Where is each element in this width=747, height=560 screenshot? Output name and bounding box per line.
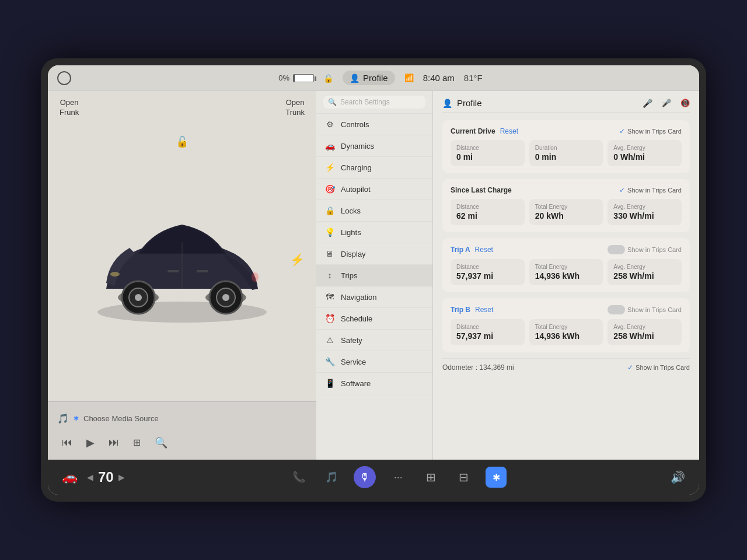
trip-a-total-energy-box: Total Energy 14,936 kWh bbox=[529, 259, 603, 285]
microphone-icon[interactable]: 🎤 bbox=[643, 99, 652, 108]
since-last-charge-check-icon: ✓ bbox=[619, 186, 625, 194]
equalizer-button[interactable]: ⊞ bbox=[133, 437, 141, 448]
menu-item-autopilot[interactable]: 🎯 Autopilot bbox=[316, 178, 432, 200]
service-label: Service bbox=[341, 358, 366, 366]
display-icon: 🖥 bbox=[324, 249, 335, 258]
trip-a-toggle[interactable] bbox=[608, 245, 625, 254]
status-center: 0% 🔒 👤 Profile 📶 8:40 am 81°F bbox=[71, 71, 690, 85]
current-drive-show-trips: ✓ Show in Trips Card bbox=[619, 127, 682, 135]
menu-item-software[interactable]: 📱 Software bbox=[316, 373, 432, 394]
menu-item-safety[interactable]: ⚠ Safety bbox=[316, 330, 432, 351]
open-frunk-label[interactable]: OpenFrunk bbox=[60, 98, 79, 118]
trips-label: Trips bbox=[341, 271, 357, 280]
current-drive-title: Current Drive bbox=[451, 127, 495, 135]
since-last-charge-show-trips-label: Show in Trips Card bbox=[627, 187, 682, 194]
trip-a-header: Trip A Reset Show in Trips Card bbox=[451, 245, 682, 254]
display-label: Display bbox=[341, 250, 366, 258]
odometer-show-trips: ✓ Show in Trips Card bbox=[627, 363, 690, 372]
trip-a-show-trips-label: Show in Trips Card bbox=[627, 246, 682, 253]
taskbar-right: 🔊 bbox=[671, 470, 685, 484]
taskbar-phone-button[interactable]: 📞 bbox=[288, 467, 309, 488]
muted-mic-icon[interactable]: 🎤 bbox=[662, 99, 671, 107]
menu-item-service[interactable]: 🔧 Service bbox=[316, 351, 432, 373]
navigation-icon: 🗺 bbox=[324, 292, 335, 302]
menu-item-charging[interactable]: ⚡ Charging bbox=[316, 157, 432, 178]
menu-item-trips[interactable]: ↕ Trips bbox=[316, 265, 432, 286]
odometer-show-trips-label: Show in Trips Card bbox=[636, 364, 690, 371]
speed-up-arrow[interactable]: ▶ bbox=[118, 473, 125, 482]
current-drive-distance-label: Distance bbox=[456, 145, 519, 151]
menu-item-dynamics[interactable]: 🚗 Dynamics bbox=[316, 135, 432, 157]
last-charge-avg-energy-value: 330 Wh/mi bbox=[613, 211, 676, 220]
next-track-button[interactable]: ⏭ bbox=[109, 436, 119, 449]
current-drive-duration-label: Duration bbox=[535, 145, 598, 151]
volume-icon[interactable]: 🔊 bbox=[671, 470, 685, 484]
trip-b-show-trips: Show in Trips Card bbox=[608, 305, 682, 314]
open-trunk-label[interactable]: OpenTrunk bbox=[285, 98, 305, 118]
trip-b-total-energy-label: Total Energy bbox=[535, 324, 598, 330]
since-last-charge-stats: Distance 62 mi Total Energy 20 kWh Avg. … bbox=[451, 199, 682, 225]
controls-label: Controls bbox=[341, 120, 369, 129]
battery-fill bbox=[294, 75, 295, 82]
since-last-charge-header: Since Last Charge ✓ Show in Trips Card bbox=[451, 186, 682, 194]
taskbar-grid-button[interactable]: ⊞ bbox=[420, 467, 441, 488]
trips-icon: ↕ bbox=[324, 271, 335, 280]
main-content: OpenFrunk OpenTrunk 🔓 bbox=[48, 91, 699, 460]
music-note-icon: 🎵 bbox=[57, 413, 69, 424]
search-settings-input[interactable]: Search Settings bbox=[340, 98, 390, 106]
menu-item-locks[interactable]: 🔒 Locks bbox=[316, 200, 432, 222]
taskbar-music-button[interactable]: 🎵 bbox=[321, 467, 342, 488]
trip-b-avg-energy-label: Avg. Energy bbox=[613, 324, 676, 330]
last-charge-total-energy-label: Total Energy bbox=[535, 204, 598, 210]
trip-a-avg-energy-box: Avg. Energy 258 Wh/mi bbox=[608, 259, 682, 285]
trip-b-toggle[interactable] bbox=[608, 305, 625, 314]
autopilot-icon: 🎯 bbox=[324, 184, 335, 194]
trips-panel: 👤 Profile 🎤 🎤 📵 Current Drive Reset bbox=[433, 91, 699, 460]
play-pause-button[interactable]: ▶ bbox=[86, 436, 95, 449]
last-charge-distance-label: Distance bbox=[456, 204, 519, 210]
lights-label: Lights bbox=[341, 228, 361, 237]
svg-rect-10 bbox=[167, 270, 179, 272]
since-last-charge-show-trips: ✓ Show in Trips Card bbox=[619, 186, 682, 194]
media-source-label[interactable]: Choose Media Source bbox=[83, 414, 159, 423]
taskbar-car-icon: 🚗 bbox=[62, 470, 78, 485]
current-drive-reset-button[interactable]: Reset bbox=[500, 127, 518, 135]
current-drive-header: Current Drive Reset ✓ Show in Trips Card bbox=[451, 127, 682, 135]
since-last-charge-section: Since Last Charge ✓ Show in Trips Card D… bbox=[442, 179, 690, 232]
trips-panel-title: Profile bbox=[457, 98, 482, 108]
taskbar: 🚗 ◀ 70 ▶ 📞 🎵 🎙 ··· bbox=[48, 460, 699, 495]
menu-item-lights[interactable]: 💡 Lights bbox=[316, 222, 432, 243]
taskbar-bluetooth-button[interactable]: ✱ bbox=[486, 467, 507, 488]
signal-icon: 📶 bbox=[404, 74, 414, 82]
search-icon: 🔍 bbox=[328, 98, 337, 106]
svg-point-12 bbox=[110, 272, 120, 276]
trips-header: 👤 Profile 🎤 🎤 📵 bbox=[442, 98, 690, 113]
search-input-wrapper[interactable]: 🔍 Search Settings bbox=[323, 96, 425, 108]
since-last-charge-title: Since Last Charge bbox=[451, 186, 512, 194]
software-icon: 📱 bbox=[324, 379, 335, 388]
taskbar-more-button[interactable]: ··· bbox=[388, 467, 409, 488]
search-media-button[interactable]: 🔍 bbox=[155, 436, 167, 449]
svg-rect-11 bbox=[197, 270, 208, 272]
taskbar-speed-area: ◀ 70 ▶ bbox=[87, 469, 125, 485]
trip-a-reset-button[interactable]: Reset bbox=[475, 246, 493, 254]
taskbar-left: 🚗 ◀ 70 ▶ bbox=[62, 469, 125, 485]
taskbar-voice-button[interactable]: 🎙 bbox=[354, 466, 376, 488]
last-charge-distance-box: Distance 62 mi bbox=[451, 199, 525, 225]
taskbar-grid2-button[interactable]: ⊟ bbox=[453, 467, 474, 488]
current-drive-energy-value: 0 Wh/mi bbox=[613, 152, 676, 162]
current-drive-duration-box: Duration 0 min bbox=[529, 140, 603, 166]
profile-button[interactable]: 👤 Profile bbox=[343, 71, 395, 85]
trips-header-left: 👤 Profile bbox=[442, 98, 482, 108]
trip-a-stats: Distance 57,937 mi Total Energy 14,936 k… bbox=[451, 259, 682, 285]
menu-item-display[interactable]: 🖥 Display bbox=[316, 243, 432, 265]
tire-pressure-icon bbox=[57, 71, 71, 85]
menu-item-schedule[interactable]: ⏰ Schedule bbox=[316, 308, 432, 330]
trip-b-reset-button[interactable]: Reset bbox=[475, 306, 493, 314]
speed-down-arrow[interactable]: ◀ bbox=[87, 473, 93, 482]
menu-item-navigation[interactable]: 🗺 Navigation bbox=[316, 286, 432, 308]
prev-track-button[interactable]: ⏮ bbox=[62, 436, 72, 449]
menu-item-controls[interactable]: ⚙ Controls bbox=[316, 114, 432, 135]
trip-a-distance-label: Distance bbox=[456, 264, 519, 270]
trip-b-distance-box: Distance 57,937 mi bbox=[451, 319, 525, 345]
